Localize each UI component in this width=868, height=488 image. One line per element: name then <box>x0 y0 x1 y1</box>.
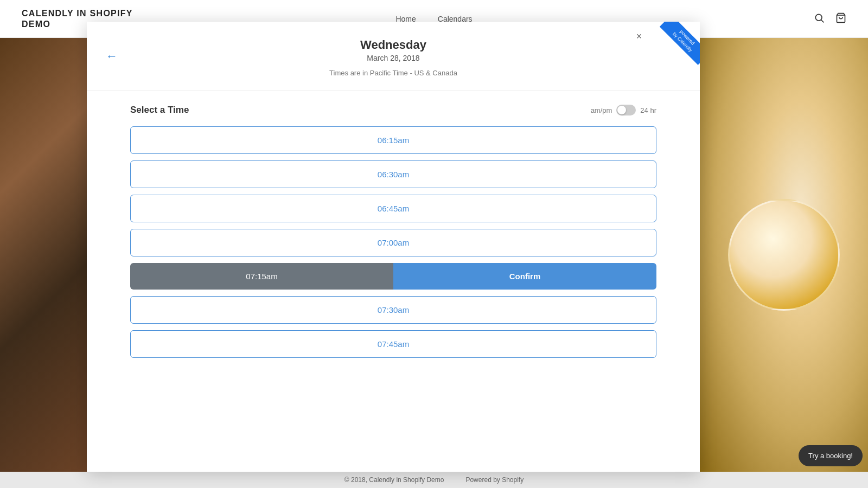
calendly-modal: powered by Calendly × ← Wednesday March … <box>87 22 700 472</box>
time-slot-0615[interactable]: 06:15am <box>130 126 656 154</box>
modal-date: March 28, 2018 <box>108 54 678 62</box>
select-time-label: Select a Time <box>130 105 189 115</box>
time-header: Select a Time am/pm 24 hr <box>130 105 656 115</box>
cart-icon[interactable] <box>835 12 846 25</box>
page-footer: © 2018, Calendly in Shopify Demo Powered… <box>0 472 868 488</box>
ampm-label: am/pm <box>591 106 612 114</box>
background-right <box>700 38 868 472</box>
modal-body: Select a Time am/pm 24 hr 06:15am 06:30a… <box>87 91 700 472</box>
time-slot-0730[interactable]: 07:30am <box>130 296 656 324</box>
powered-by-ribbon: powered by Calendly <box>651 22 700 70</box>
background-left <box>0 38 87 472</box>
confirm-button[interactable]: Confirm <box>393 263 656 290</box>
time-slot-0745[interactable]: 07:45am <box>130 330 656 358</box>
time-slot-0700[interactable]: 07:00am <box>130 229 656 256</box>
toggle-switch[interactable] <box>616 105 636 115</box>
header-icons <box>814 12 846 25</box>
time-format-toggle[interactable]: am/pm 24 hr <box>591 105 656 115</box>
svg-line-1 <box>821 20 824 22</box>
footer-powered: Powered by Shopify <box>465 476 524 484</box>
time-slot-0645[interactable]: 06:45am <box>130 195 656 222</box>
footer-copyright: © 2018, Calendly in Shopify Demo <box>344 476 444 484</box>
time-slot-0630[interactable]: 06:30am <box>130 160 656 188</box>
selected-time-row: 07:15am Confirm <box>130 263 656 290</box>
modal-timezone: Times are in Pacific Time - US & Canada <box>108 69 678 77</box>
close-button[interactable]: × <box>633 30 646 43</box>
back-button[interactable]: ← <box>103 47 120 66</box>
svg-point-0 <box>815 14 822 21</box>
24hr-label: 24 hr <box>640 106 656 114</box>
try-booking-button[interactable]: Try a booking! <box>799 445 863 466</box>
modal-day: Wednesday <box>108 38 678 52</box>
ribbon-text: powered by Calendly <box>660 22 700 65</box>
modal-header: ← Wednesday March 28, 2018 Times are in … <box>87 22 700 91</box>
time-slot-0715-selected[interactable]: 07:15am <box>130 263 393 290</box>
search-icon[interactable] <box>814 12 825 25</box>
